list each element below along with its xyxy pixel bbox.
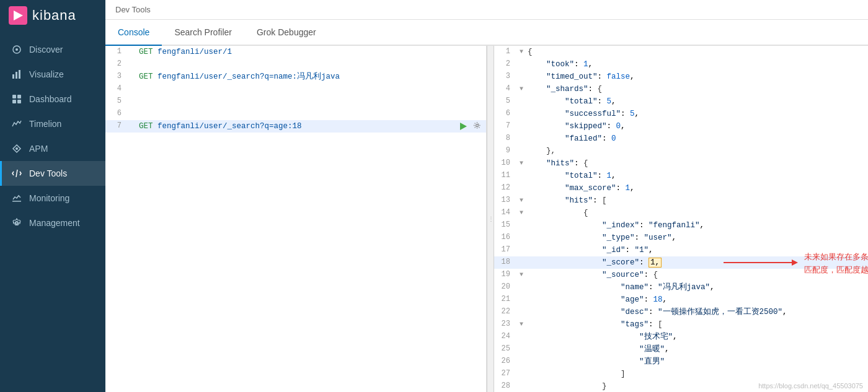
svg-rect-2 xyxy=(12,74,14,79)
sidebar-item-dashboard[interactable]: Dashboard xyxy=(0,87,105,111)
line-settings-button[interactable] xyxy=(471,121,482,132)
right-line-14: 14 ▼ { xyxy=(494,207,868,219)
rline-content-26: "直男" xyxy=(528,355,868,368)
right-line-15: 15 "_index": "fengfanli", xyxy=(494,219,868,232)
rline-num-5: 5 xyxy=(494,95,515,107)
line-7-actions xyxy=(458,121,486,132)
visualize-icon xyxy=(11,68,23,81)
svg-marker-11 xyxy=(460,123,467,130)
run-button[interactable] xyxy=(458,121,469,132)
management-label: Management xyxy=(29,218,80,228)
right-line-5: 5 "total": 5, xyxy=(494,95,868,108)
line-num-7: 7 xyxy=(105,120,126,132)
sidebar: kibana Discover Visualize Dashboard Time… xyxy=(0,0,105,392)
rgutter-13: ▼ xyxy=(515,196,528,206)
right-line-11: 11 "total": 1, xyxy=(494,170,868,182)
annotation-text: 未来如果存在多条查询出来的结果！ 匹配度，匹配度越高则分值越高！ xyxy=(804,251,868,277)
left-code-editor[interactable]: 1 GET fengfanli/user/1 2 3 GET fengfanli… xyxy=(105,46,486,392)
management-icon xyxy=(11,217,23,229)
sidebar-item-visualize[interactable]: Visualize xyxy=(0,62,105,87)
right-code-editor[interactable]: 1 ▼ { 2 "took": 1, 3 "timed_out": false, xyxy=(494,46,868,392)
discover-icon xyxy=(11,43,23,56)
rline-num-8: 8 xyxy=(494,133,515,144)
watermark: https://blog.csdn.net/qq_45503075 xyxy=(758,382,863,390)
svg-line-10 xyxy=(16,170,17,177)
sidebar-nav: Discover Visualize Dashboard Timelion AP… xyxy=(0,31,105,392)
right-line-3: 3 "timed_out": false, xyxy=(494,71,868,83)
rgutter-19: ▼ xyxy=(515,270,528,280)
right-line-9: 9 }, xyxy=(494,145,868,157)
editor-divider[interactable]: ⋮ xyxy=(487,46,494,392)
right-line-20: 20 "name": "冯凡利java", xyxy=(494,281,868,294)
rline-num-28: 28 xyxy=(494,380,515,392)
breadcrumb: Dev Tools xyxy=(105,0,868,20)
rline-content-21: "age": 18, xyxy=(528,294,868,306)
apm-label: APM xyxy=(29,144,48,154)
sidebar-item-monitoring[interactable]: Monitoring xyxy=(0,186,105,211)
line-content-7: GET fengfanli/user/_search?q=age:18 xyxy=(139,120,458,133)
kibana-logo-icon xyxy=(9,6,27,25)
svg-rect-7 xyxy=(12,100,16,103)
rgutter-23: ▼ xyxy=(515,320,528,329)
rline-content-1: { xyxy=(528,46,868,58)
right-line-16: 16 "_type": "user", xyxy=(494,232,868,244)
rline-num-20: 20 xyxy=(494,281,515,293)
rline-content-2: "took": 1, xyxy=(528,58,868,71)
left-editor: 1 GET fengfanli/user/1 2 3 GET fengfanli… xyxy=(105,46,487,392)
sidebar-item-apm[interactable]: APM xyxy=(0,136,105,161)
tab-grok-debugger[interactable]: Grok Debugger xyxy=(244,20,329,46)
right-line-10: 10 ▼ "hits": { xyxy=(494,157,868,170)
main-content: Dev Tools Console Search Profiler Grok D… xyxy=(105,0,868,392)
logo: kibana xyxy=(0,0,105,31)
right-line-18: 18 "_score": 1, 未来如果存在多条查询出来的结果！ 匹配度，匹配 xyxy=(494,256,868,269)
line-content-3: GET fengfanli/user/_search?q=name:冯凡利jav… xyxy=(139,71,486,83)
rline-content-23: "tags": [ xyxy=(528,318,868,331)
right-line-1: 1 ▼ { xyxy=(494,46,868,58)
left-line-4: 4 xyxy=(105,83,486,95)
apm-icon xyxy=(11,142,23,155)
rline-content-6: "successful": 5, xyxy=(528,108,868,120)
svg-rect-8 xyxy=(17,100,21,103)
rline-num-18: 18 xyxy=(494,256,515,268)
rline-num-2: 2 xyxy=(494,58,515,70)
right-line-8: 8 "failed": 0 xyxy=(494,133,868,145)
rline-num-16: 16 xyxy=(494,232,515,243)
rline-content-5: "total": 5, xyxy=(528,95,868,108)
rline-num-11: 11 xyxy=(494,170,515,181)
rline-num-1: 1 xyxy=(494,46,515,58)
rline-num-23: 23 xyxy=(494,318,515,330)
left-line-6: 6 xyxy=(105,108,486,120)
tab-console[interactable]: Console xyxy=(105,20,162,46)
kibana-logo-text: kibana xyxy=(32,7,76,24)
rline-content-25: "温暖", xyxy=(528,343,868,355)
rline-num-13: 13 xyxy=(494,194,515,206)
right-line-27: 27 ] xyxy=(494,368,868,380)
rline-num-26: 26 xyxy=(494,355,515,367)
right-line-22: 22 "desc": "一顿操作猛如虎，一看工资2500", xyxy=(494,306,868,318)
svg-rect-4 xyxy=(19,70,20,79)
rline-num-10: 10 xyxy=(494,157,515,169)
line-num-5: 5 xyxy=(105,95,126,107)
rline-content-27: ] xyxy=(528,368,868,380)
right-line-7: 7 "skipped": 0, xyxy=(494,120,868,133)
tab-search-profiler[interactable]: Search Profiler xyxy=(162,20,244,46)
rline-num-15: 15 xyxy=(494,219,515,231)
rline-num-22: 22 xyxy=(494,306,515,318)
line-num-3: 3 xyxy=(105,71,126,82)
rline-content-11: "total": 1, xyxy=(528,170,868,182)
sidebar-item-discover[interactable]: Discover xyxy=(0,37,105,62)
rline-content-9: }, xyxy=(528,145,868,157)
rgutter-10: ▼ xyxy=(515,159,528,168)
sidebar-item-timelion[interactable]: Timelion xyxy=(0,111,105,136)
left-line-1: 1 GET fengfanli/user/1 xyxy=(105,46,486,58)
rline-num-9: 9 xyxy=(494,145,515,157)
devtools-label: Dev Tools xyxy=(29,168,67,178)
sidebar-item-management[interactable]: Management xyxy=(0,211,105,235)
monitoring-label: Monitoring xyxy=(29,193,69,203)
rline-num-21: 21 xyxy=(494,294,515,305)
devtools-icon xyxy=(11,167,23,180)
sidebar-item-devtools[interactable]: Dev Tools xyxy=(0,161,105,186)
discover-label: Discover xyxy=(29,45,63,54)
timelion-icon xyxy=(11,118,23,130)
rline-num-7: 7 xyxy=(494,120,515,132)
